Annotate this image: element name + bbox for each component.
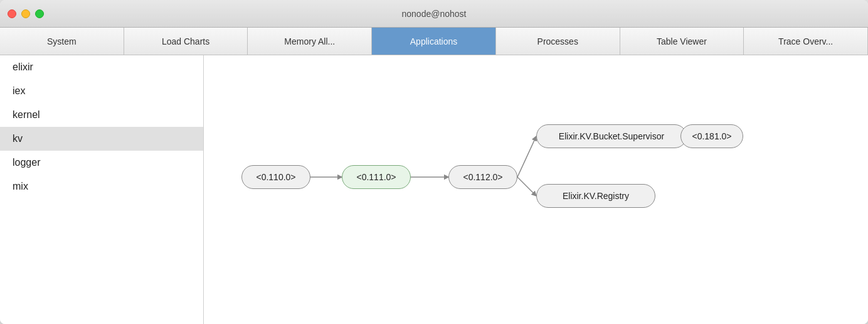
maximize-button[interactable] — [35, 9, 44, 18]
tab-load-charts[interactable]: Load Charts — [124, 28, 248, 55]
sidebar-item-iex[interactable]: iex — [0, 79, 203, 103]
tab-memory-all[interactable]: Memory All... — [248, 28, 372, 55]
close-button[interactable] — [8, 9, 16, 18]
tab-processes[interactable]: Processes — [496, 28, 620, 55]
graph-node-registry[interactable]: Elixir.KV.Registry — [536, 184, 655, 208]
svg-line-2 — [517, 136, 536, 177]
sidebar-item-kernel[interactable]: kernel — [0, 103, 203, 127]
tab-system[interactable]: System — [0, 28, 124, 55]
graph-node-n181[interactable]: <0.181.0> — [680, 124, 743, 148]
tab-applications[interactable]: Applications — [372, 28, 496, 55]
graph-svg — [204, 55, 868, 324]
sidebar-item-logger[interactable]: logger — [0, 151, 203, 175]
graph-node-n110[interactable]: <0.110.0> — [241, 165, 310, 189]
graph-node-n111[interactable]: <0.111.0> — [342, 165, 411, 189]
sidebar-item-mix[interactable]: mix — [0, 175, 203, 198]
graph-node-n112[interactable]: <0.112.0> — [448, 165, 517, 189]
graph-node-bucket-sup[interactable]: Elixir.KV.Bucket.Supervisor — [536, 124, 687, 148]
graph-area: <0.110.0><0.111.0><0.112.0>Elixir.KV.Buc… — [204, 55, 868, 324]
tab-trace-overv[interactable]: Trace Overv... — [744, 28, 868, 55]
title-bar: nonode@nohost — [0, 0, 868, 28]
minimize-button[interactable] — [21, 9, 30, 18]
sidebar-item-kv[interactable]: kv — [0, 127, 203, 151]
window-title: nonode@nohost — [402, 9, 467, 19]
tab-bar: SystemLoad ChartsMemory All...Applicatio… — [0, 28, 868, 55]
sidebar: elixiriexkernelkvloggermix — [0, 55, 204, 324]
traffic-lights — [8, 9, 44, 18]
tab-table-viewer[interactable]: Table Viewer — [620, 28, 744, 55]
sidebar-item-elixir[interactable]: elixir — [0, 55, 203, 79]
svg-line-4 — [517, 177, 536, 196]
main-content: elixiriexkernelkvloggermix <0.110.0><0.1… — [0, 55, 868, 324]
